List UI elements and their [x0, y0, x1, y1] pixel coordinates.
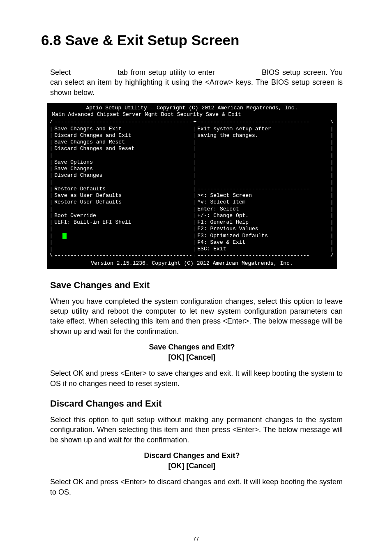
prompt-line: Discard Changes and Exit?	[144, 451, 240, 460]
bios-blank	[53, 153, 193, 159]
intro-text-a: Select	[50, 68, 74, 76]
bios-footer: Version 2.15.1236. Copyright (C) 2012 Am…	[50, 259, 334, 267]
bios-row: |UEFI: Built-in EFI Shell|F1: General He…	[50, 219, 334, 226]
bios-item-save-changes[interactable]: Save Changes	[53, 166, 193, 172]
bios-help-line: Exit system setup after	[196, 126, 330, 132]
bios-key-hint: F2: Previous Values	[196, 226, 330, 232]
bios-border-bottom: \ --------------------------------------…	[50, 252, 334, 259]
bios-row: |||	[50, 153, 334, 159]
bios-row: |Discard Changes and Exit|saving the cha…	[50, 132, 334, 139]
bios-key-hint: +/-: Change Opt.	[196, 213, 330, 219]
bios-row: ||F3: Optimized Defaults|	[50, 233, 334, 239]
bios-border-top: / --------------------------------------…	[50, 119, 334, 125]
section-heading: 6.8 Save & Exit Setup Screen	[41, 32, 343, 49]
bios-help-line: saving the changes.	[196, 132, 330, 139]
subheading-discard-exit: Discard Changes and Exit	[41, 398, 343, 409]
bios-item-save-options[interactable]: Save Options	[53, 159, 193, 166]
bios-row: ||ESC: Exit|	[50, 246, 334, 252]
sec1-p2: Select OK and press <Enter> to save chan…	[41, 368, 343, 388]
subheading-save-exit: Save Changes and Exit	[41, 280, 343, 291]
bios-item-restore-defaults[interactable]: Restore Defaults	[53, 186, 193, 192]
bios-row: |Save Changes||	[50, 166, 334, 172]
intro-paragraph: Select tab from setup utility to enter B…	[41, 67, 343, 97]
bios-row: |Restore Defaults|----------------------…	[50, 186, 334, 192]
bios-item-discard-exit[interactable]: Discard Changes and Exit	[53, 132, 193, 139]
sec2-prompt: Discard Changes and Exit? [OK] [Cancel]	[41, 451, 343, 471]
sec1-p1: When you have completed the system confi…	[41, 296, 343, 336]
bios-item-save-exit[interactable]: Save Changes and Exit	[53, 126, 193, 132]
sec1-prompt: Save Changes and Exit? [OK] [Cancel]	[41, 342, 343, 363]
page-root: 6.8 Save & Exit Setup Screen Select tab …	[0, 0, 392, 555]
cursor-icon	[62, 233, 67, 239]
bios-key-hint: ESC: Exit	[196, 246, 330, 252]
bios-key-hint: F4: Save & Exit	[196, 239, 330, 246]
bios-row: |Boot Override|+/-: Change Opt.|	[50, 213, 334, 219]
bios-key-hint: Enter: Select	[196, 206, 330, 213]
bios-row: |Discard Changes and Reset||	[50, 146, 334, 152]
bios-row: |Save as User Defaults|><: Select Screen…	[50, 192, 334, 199]
bios-item-discard-reset[interactable]: Discard Changes and Reset	[53, 146, 193, 152]
bios-menubar: Main Advanced Chipset Server Mgmt Boot S…	[50, 111, 334, 119]
bios-item-discard-changes[interactable]: Discard Changes	[53, 172, 193, 179]
bios-title: Aptio Setup Utility - Copyright (C) 2012…	[50, 105, 334, 111]
intro-text-b: tab from setup utility to enter	[118, 68, 218, 76]
bios-key-hint: ><: Select Screen	[196, 192, 330, 199]
bios-row: |Save Changes and Exit|Exit system setup…	[50, 126, 334, 132]
bios-row: |Save Options||	[50, 159, 334, 166]
bios-item-save-reset[interactable]: Save Changes and Reset	[53, 139, 193, 146]
bios-row: ||Enter: Select|	[50, 206, 334, 213]
bios-item-save-user-defaults[interactable]: Save as User Defaults	[53, 192, 193, 199]
bios-row: ||F2: Previous Values|	[50, 226, 334, 232]
content-area: 6.8 Save & Exit Setup Screen Select tab …	[0, 0, 392, 497]
bios-row: |Discard Changes||	[50, 172, 334, 179]
bios-item-uefi-shell[interactable]: UEFI: Built-in EFI Shell	[53, 219, 193, 226]
bios-blank	[53, 179, 193, 186]
bios-key-hint: F3: Optimized Defaults	[196, 233, 330, 239]
bios-screenshot: Aptio Setup Utility - Copyright (C) 2012…	[47, 103, 337, 269]
bios-row: |||	[50, 179, 334, 186]
bios-blank	[53, 206, 193, 213]
bios-key-hint: F1: General Help	[196, 219, 330, 226]
prompt-line: Save Changes and Exit?	[149, 343, 235, 351]
bios-row: |Save Changes and Reset||	[50, 139, 334, 146]
bios-row: |Restore User Defaults|^v: Select Item|	[50, 199, 334, 206]
bios-item-boot-override[interactable]: Boot Override	[53, 213, 193, 219]
sec2-p2: Select OK and press <Enter> to discard c…	[41, 477, 343, 497]
prompt-line: [OK] [Cancel]	[168, 353, 215, 361]
sec2-p1: Select this option to quit setup without…	[41, 415, 343, 445]
bios-row: ||F4: Save & Exit|	[50, 239, 334, 246]
bios-item-restore-user-defaults[interactable]: Restore User Defaults	[53, 199, 193, 206]
page-number: 77	[0, 536, 392, 542]
prompt-line: [OK] [Cancel]	[168, 462, 215, 470]
bios-key-hint: ^v: Select Item	[196, 199, 330, 206]
